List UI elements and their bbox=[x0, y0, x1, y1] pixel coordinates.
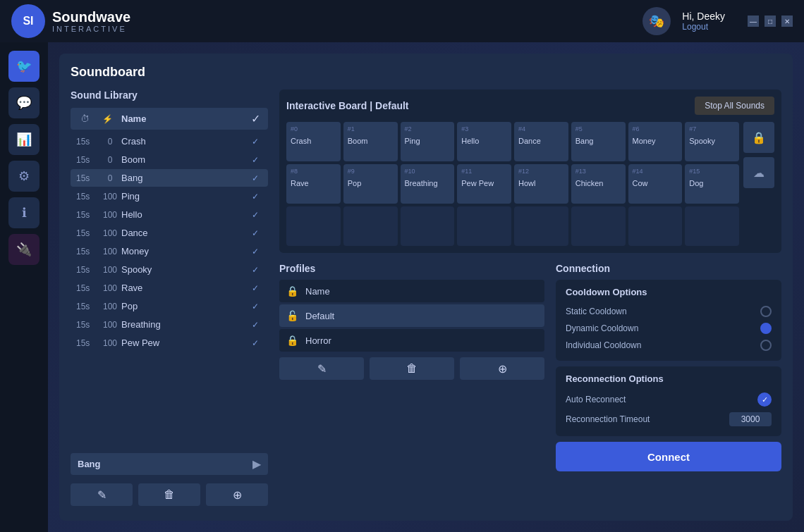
board-cell-4[interactable]: #4Dance bbox=[514, 122, 568, 161]
board-cell-14[interactable]: #14Cow bbox=[628, 164, 683, 204]
cooldown-box: Cooldown Options Static Cooldown Dynamic… bbox=[556, 280, 781, 361]
list-item[interactable]: 15s 100 Hello ✓ bbox=[71, 206, 268, 223]
minimize-button[interactable]: — bbox=[748, 16, 759, 27]
close-button[interactable]: ✕ bbox=[781, 16, 793, 27]
soundboard-panel: Soundboard Sound Library ⏱ ⚡ Name ✓ 15s … bbox=[59, 54, 793, 521]
auto-reconnect-checkbox[interactable]: ✓ bbox=[757, 392, 772, 407]
board-cell-empty[interactable] bbox=[685, 206, 739, 246]
edit-sound-button[interactable]: ✎ bbox=[71, 483, 133, 506]
board-cell-11[interactable]: #11Pew Pew bbox=[457, 164, 511, 204]
board-cell-empty[interactable] bbox=[343, 206, 398, 246]
board-cell-1[interactable]: #1Boom bbox=[343, 122, 398, 161]
list-item[interactable]: 15s 0 Crash ✓ bbox=[71, 132, 268, 150]
header-name-col: Name bbox=[121, 113, 245, 124]
list-item[interactable]: 15s 100 Spooky ✓ bbox=[71, 261, 268, 278]
add-sound-button[interactable]: ⊕ bbox=[206, 483, 268, 506]
upload-board-button[interactable]: ☁ bbox=[743, 157, 774, 188]
bang-folder-label: Bang bbox=[78, 459, 101, 469]
list-item[interactable]: 15s 100 Dance ✓ bbox=[71, 224, 268, 242]
board-cell-13[interactable]: #13Chicken bbox=[571, 164, 626, 204]
sidebar-item-settings[interactable]: ⚙ bbox=[8, 161, 39, 192]
board-cell-2[interactable]: #2Ping bbox=[401, 122, 455, 161]
sidebar-item-plugin[interactable]: 🔌 bbox=[8, 234, 39, 265]
sound-library: Sound Library ⏱ ⚡ Name ✓ 15s 0 Crash ✓ bbox=[71, 89, 268, 506]
maximize-button[interactable]: □ bbox=[765, 16, 776, 27]
auto-reconnect-label: Auto Reconnect bbox=[566, 395, 626, 404]
sidebar: 🐦 💬 📊 ⚙ ℹ 🔌 bbox=[0, 42, 48, 532]
unlock-icon: 🔓 bbox=[286, 310, 298, 321]
library-header: ⏱ ⚡ Name ✓ bbox=[71, 108, 268, 130]
board-cell-empty[interactable] bbox=[457, 206, 511, 246]
board-cell-empty[interactable] bbox=[286, 206, 341, 246]
lock-board-button[interactable]: 🔒 bbox=[743, 122, 774, 153]
profile-item-horror[interactable]: 🔒 Horror bbox=[279, 329, 544, 352]
cooldown-option-dynamic: Dynamic Cooldown bbox=[566, 320, 772, 337]
reconnect-box: Reconnection Options Auto Reconnect ✓ Re… bbox=[556, 366, 781, 436]
timeout-input[interactable] bbox=[729, 412, 772, 426]
board-cell-7[interactable]: #7Spooky bbox=[685, 122, 739, 161]
connection-title: Connection bbox=[556, 263, 781, 274]
delete-profile-button[interactable]: 🗑 bbox=[370, 357, 454, 380]
delete-sound-button[interactable]: 🗑 bbox=[138, 483, 200, 506]
list-item[interactable]: 15s 100 Rave ✓ bbox=[71, 279, 268, 297]
cooldown-option-static: Static Cooldown bbox=[566, 303, 772, 320]
user-greeting: Hi, Deeky bbox=[682, 11, 725, 22]
board-cell-0[interactable]: #0Crash bbox=[286, 122, 341, 161]
bang-arrow-icon: ▶ bbox=[252, 457, 261, 471]
sidebar-item-chart[interactable]: 📊 bbox=[8, 124, 39, 155]
logout-button[interactable]: Logout bbox=[682, 22, 708, 32]
board-cell-10[interactable]: #10Breathing bbox=[401, 164, 455, 204]
app-branding: SI Soundwave INTERACTIVE bbox=[11, 4, 130, 38]
header-lightning-icon: ⚡ bbox=[96, 114, 118, 124]
list-item[interactable]: 15s 100 Ping ✓ bbox=[71, 187, 268, 205]
board-cell-empty[interactable] bbox=[514, 206, 568, 246]
list-item[interactable]: 15s 100 Pew Pew ✓ bbox=[71, 334, 268, 352]
board-cell-6[interactable]: #6Money bbox=[628, 122, 683, 161]
static-cooldown-label: Static Cooldown bbox=[566, 307, 627, 316]
board-cell-empty[interactable] bbox=[401, 206, 455, 246]
bottom-section: Profiles 🔒 Name 🔓 Default bbox=[279, 263, 781, 506]
app-title-group: Soundwave INTERACTIVE bbox=[52, 9, 130, 33]
titlebar-right: 🎭 Hi, Deeky Logout — □ ✕ bbox=[642, 7, 793, 35]
list-item[interactable]: 15s 100 Money ✓ bbox=[71, 242, 268, 260]
list-item[interactable]: 15s 100 Breathing ✓ bbox=[71, 316, 268, 333]
board-cell-empty[interactable] bbox=[628, 206, 683, 246]
profiles-section: Profiles 🔒 Name 🔓 Default bbox=[279, 263, 544, 506]
board-cell-15[interactable]: #15Dog bbox=[685, 164, 739, 204]
edit-profile-button[interactable]: ✎ bbox=[279, 357, 364, 380]
static-cooldown-radio[interactable] bbox=[760, 306, 772, 317]
reconnect-title: Reconnection Options bbox=[566, 373, 772, 384]
board-cell-3[interactable]: #3Hello bbox=[457, 122, 511, 161]
board-cell-8[interactable]: #8Rave bbox=[286, 164, 341, 204]
sidebar-item-chat[interactable]: 💬 bbox=[8, 87, 39, 118]
bang-folder-row[interactable]: Bang ▶ bbox=[71, 453, 268, 475]
board-side-controls: 🔒 ☁ bbox=[743, 122, 774, 246]
board-cell-5[interactable]: #5Bang bbox=[571, 122, 626, 161]
header-clock-icon: ⏱ bbox=[76, 113, 93, 124]
profile-item-default[interactable]: 🔓 Default bbox=[279, 304, 544, 327]
window-controls: — □ ✕ bbox=[748, 16, 793, 27]
list-item[interactable]: 15s 100 Pop ✓ bbox=[71, 297, 268, 315]
board-grid: #0Crash #1Boom #2Ping #3Hello #4Dance #5… bbox=[286, 122, 739, 246]
sidebar-item-twitter[interactable]: 🐦 bbox=[8, 51, 39, 82]
profile-item-name[interactable]: 🔒 Name bbox=[279, 280, 544, 302]
board-cell-9[interactable]: #9Pop bbox=[343, 164, 398, 204]
sidebar-item-info[interactable]: ℹ bbox=[8, 197, 39, 228]
user-info: Hi, Deeky Logout bbox=[682, 11, 725, 32]
board-cell-12[interactable]: #12Howl bbox=[514, 164, 568, 204]
dynamic-cooldown-radio[interactable] bbox=[760, 323, 772, 334]
add-profile-button[interactable]: ⊕ bbox=[460, 357, 544, 380]
panel-body: Sound Library ⏱ ⚡ Name ✓ 15s 0 Crash ✓ bbox=[71, 89, 781, 506]
lock-icon: 🔒 bbox=[286, 335, 298, 346]
stop-all-sounds-button[interactable]: Stop All Sounds bbox=[695, 97, 774, 115]
list-item-bang[interactable]: 15s 0 Bang ✓ bbox=[71, 169, 268, 187]
connect-button[interactable]: Connect bbox=[556, 442, 781, 471]
connection-section: Connection Cooldown Options Static Coold… bbox=[556, 263, 781, 506]
app-title-sub: INTERACTIVE bbox=[52, 25, 130, 33]
list-item[interactable]: 15s 0 Boom ✓ bbox=[71, 151, 268, 168]
timeout-label: Reconnection Timeout bbox=[566, 414, 650, 424]
app-title-main: Soundwave bbox=[52, 9, 130, 25]
library-title: Sound Library bbox=[71, 89, 268, 101]
board-cell-empty[interactable] bbox=[571, 206, 626, 246]
individual-cooldown-radio[interactable] bbox=[760, 340, 772, 351]
